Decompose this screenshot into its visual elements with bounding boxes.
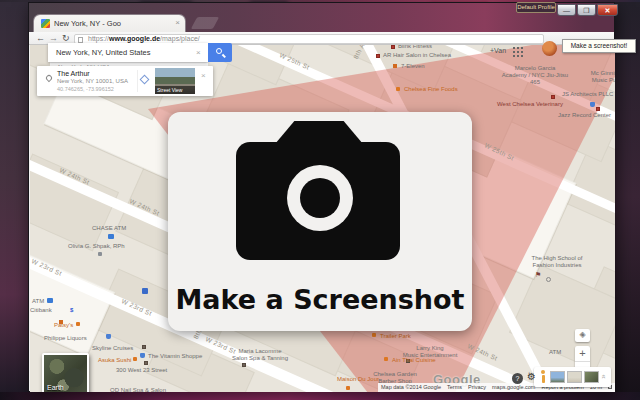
map-poi[interactable]: Mc Ginnis &Music Publi [575, 70, 615, 84]
map-poi[interactable]: Chelsea Fine Foods [404, 86, 458, 93]
map-poi[interactable]: ATM [32, 298, 44, 305]
food-icon [346, 386, 350, 390]
directions-icon[interactable] [140, 75, 150, 85]
map-poi[interactable]: Marcelo GarciaAcademy / NYC Jiu-Jitsu465 [485, 65, 585, 86]
marker-red [376, 54, 380, 58]
close-window-button[interactable]: ✕ [597, 4, 618, 16]
collapse-icon[interactable]: » [599, 374, 608, 378]
page-icon [78, 37, 83, 43]
map-poi[interactable]: 7-Eleven [401, 63, 425, 70]
camera-icon-top [275, 121, 363, 144]
map-poi[interactable]: 300 West 23 Street [116, 367, 167, 374]
search-icon-handle [222, 54, 226, 58]
profile-chip: Default Profile [516, 2, 556, 13]
flag-icon: ⚑ [535, 271, 541, 278]
maps-site-link[interactable]: maps.google.com [492, 383, 535, 392]
food-icon [384, 357, 388, 361]
map-poi[interactable]: Skyline Cruises [92, 345, 133, 352]
tab-title: New York, NY - Goo [54, 19, 168, 29]
close-card-icon[interactable]: × [201, 71, 206, 80]
marker-dark [144, 361, 148, 365]
marker-red [551, 95, 555, 99]
map-poi[interactable]: JS Architects PLLC [562, 91, 613, 98]
screenshot-promo-overlay: Make a Screenshot [168, 112, 472, 331]
place-name: The Arthur [57, 70, 90, 77]
tab-close-icon[interactable]: × [175, 18, 180, 27]
imagery-bar: » [534, 367, 611, 387]
search-button[interactable] [208, 43, 232, 62]
zoom-in-button[interactable]: + [575, 346, 590, 362]
map-poi[interactable]: Jazz Record Center [558, 112, 611, 119]
map-data-credit: Map data ©2014 Google [381, 383, 441, 392]
help-button[interactable]: ? [512, 373, 523, 384]
place-coordinates: 40.746265, -73.996152 [57, 86, 114, 92]
apps-grid-icon[interactable] [513, 47, 515, 49]
privacy-link[interactable]: Privacy [468, 383, 486, 392]
bag-blue [140, 353, 145, 358]
google-plus-name[interactable]: +Van [490, 47, 506, 54]
map-poi[interactable]: Blink Fitness [398, 45, 432, 50]
map-poi[interactable]: Asuka Sushi [98, 357, 131, 364]
map-poi[interactable]: The High School ofFashion Industries [517, 255, 597, 269]
dollar-icon: $ [70, 307, 73, 313]
settings-gear-icon[interactable]: ⚙ [527, 371, 536, 382]
browser-tab[interactable]: New York, NY - Goo × [33, 14, 186, 32]
earth-view-toggle[interactable]: Earth [42, 353, 89, 392]
streetview-thumbnail[interactable] [550, 371, 565, 383]
camera-lens-inner [300, 178, 340, 218]
rx-icon [98, 252, 102, 256]
map-poi[interactable]: The Vitamin Shoppe [148, 353, 202, 360]
url-bar[interactable]: https://www.google.de/maps/place/ [74, 34, 544, 44]
place-pin-icon [45, 74, 53, 82]
marker-dark [242, 363, 246, 367]
clear-search-icon[interactable]: × [196, 48, 201, 57]
back-button[interactable]: ← [36, 33, 45, 44]
url-domain: www.google.de [109, 35, 160, 42]
map-poi[interactable]: OD Nail Spa & Salon [110, 387, 166, 392]
map-thumbnail[interactable] [567, 371, 582, 383]
divider [137, 70, 138, 92]
pegman-icon[interactable] [539, 370, 547, 384]
minimize-button[interactable]: — [557, 4, 576, 16]
earth-thumbnail[interactable] [584, 371, 599, 383]
marker-orange [393, 64, 397, 68]
street-view-label: Street View [155, 86, 195, 94]
map-poi[interactable]: Philippe Liquors [44, 335, 87, 342]
url-scheme: https:// [88, 35, 109, 42]
maps-favicon-icon [41, 19, 50, 28]
street-view-thumbnail[interactable]: Street View [155, 68, 195, 94]
my-location-button[interactable]: ◈ [575, 329, 590, 342]
map-poi[interactable]: Patsy's [54, 322, 73, 329]
place-address: New York, NY 10001, USA [57, 78, 128, 84]
new-tab-button[interactable] [191, 17, 219, 29]
map-poi[interactable]: Larry KingMusic Entertainment [390, 345, 470, 359]
marker-red [391, 45, 395, 49]
map-poi[interactable]: CHASE ATM [92, 225, 126, 232]
terms-link[interactable]: Terms [447, 383, 462, 392]
promo-title: Make a Screenshot [168, 284, 472, 315]
avatar[interactable] [542, 41, 557, 56]
food-icon [396, 87, 400, 91]
map-poi[interactable]: Citibank [30, 307, 52, 314]
desktop-background-left [0, 2, 29, 392]
ring-icon [546, 277, 551, 282]
search-icon [216, 48, 222, 54]
map-poi[interactable]: West Chelsea Veterinary [497, 101, 563, 108]
marker-red [596, 107, 600, 111]
maximize-button[interactable]: ❐ [577, 4, 596, 16]
search-input[interactable]: New York, NY, United States [48, 43, 208, 62]
place-card: The Arthur New York, NY 10001, USA 40.74… [37, 66, 213, 96]
marker-dark [142, 345, 146, 349]
food-icon [133, 357, 137, 361]
map-poi[interactable]: Trailer Park [380, 333, 411, 340]
earth-label: Earth [47, 384, 64, 391]
subway-icon [142, 288, 148, 294]
map-poi[interactable]: Maria LacommeSalon Spa & Tanning [215, 348, 305, 362]
desktop-background-bottom [0, 392, 640, 400]
extension-tooltip: Make a screenshot! [562, 39, 636, 53]
map-poi[interactable]: AR Hair Salon in Chelsea [383, 52, 451, 59]
bag-blue [106, 334, 111, 339]
map-poi[interactable]: Olivia G. Shpak, RPh [68, 243, 125, 250]
map-poi[interactable]: ATM [549, 349, 561, 356]
food-icon [372, 333, 376, 337]
